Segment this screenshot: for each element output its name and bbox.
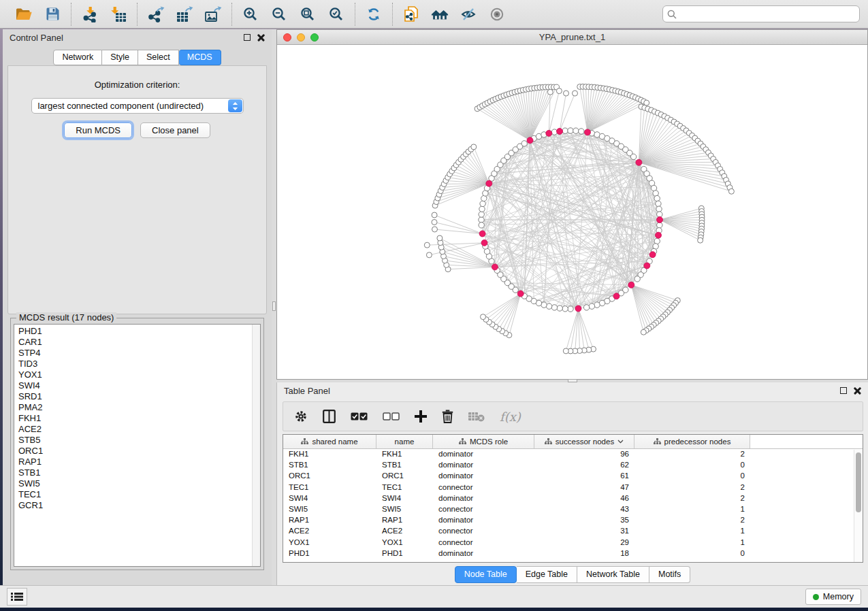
cell: SWI4 — [283, 493, 376, 504]
table-row[interactable]: FKH1FKH1dominator962 — [283, 449, 863, 460]
node-table: shared namenameMCDS rolesuccessor nodesp… — [283, 434, 863, 563]
refresh-layout-icon[interactable] — [365, 5, 383, 23]
mcds-result-item[interactable]: YOX1 — [18, 369, 260, 380]
close-panel-icon[interactable] — [257, 34, 265, 42]
new-column-icon[interactable] — [415, 410, 427, 423]
tab-node-table[interactable]: Node Table — [455, 566, 517, 583]
mcds-list-scrollbar[interactable] — [252, 325, 260, 566]
zoom-selected-icon[interactable] — [327, 5, 345, 23]
export-image-icon[interactable] — [204, 5, 222, 23]
mcds-panel: Optimization criterion: largest connecte… — [7, 65, 267, 314]
mcds-result-item[interactable]: GCR1 — [18, 500, 260, 511]
cell: dominator — [433, 460, 534, 471]
cell: dominator — [433, 449, 534, 460]
mcds-result-item[interactable]: SWI4 — [18, 380, 260, 391]
export-table-icon[interactable] — [176, 5, 193, 23]
cell: 18 — [534, 548, 634, 559]
cell: 31 — [534, 526, 634, 537]
cell: 2 — [634, 449, 750, 460]
header-filler — [750, 435, 863, 448]
import-table-icon[interactable] — [110, 5, 127, 23]
search-input[interactable] — [662, 5, 860, 22]
table-scrollbar-thumb[interactable] — [856, 452, 861, 512]
table-row[interactable]: ACE2ACE2connector311 — [283, 526, 863, 537]
column-header-name[interactable]: name — [376, 435, 433, 448]
save-session-icon[interactable] — [44, 5, 61, 23]
task-history-button[interactable] — [7, 588, 27, 606]
first-neighbors-icon[interactable] — [431, 5, 449, 23]
table-row[interactable]: SWI5SWI5connector431 — [283, 504, 863, 515]
table-row[interactable]: TEC1TEC1connector472 — [283, 482, 863, 493]
cell: STB1 — [376, 460, 433, 471]
delete-columns-icon[interactable] — [442, 410, 453, 423]
zoom-in-icon[interactable] — [242, 5, 259, 23]
open-file-icon[interactable] — [15, 5, 33, 23]
vertical-splitter-handle[interactable] — [272, 301, 276, 311]
mcds-result-item[interactable]: FKH1 — [18, 413, 260, 424]
float-table-panel-icon[interactable] — [840, 387, 847, 394]
status-bar: Memory — [0, 585, 868, 608]
tab-edge-table[interactable]: Edge Table — [517, 566, 577, 583]
table-body: FKH1FKH1dominator962STB1STB1dominator620… — [283, 449, 863, 559]
column-header-shared-name[interactable]: shared name — [283, 435, 376, 448]
table-mode-icon[interactable] — [294, 410, 308, 423]
table-row[interactable]: YOX1YOX1connector291 — [283, 538, 863, 548]
mcds-result-item[interactable]: ACE2 — [18, 424, 260, 435]
float-panel-icon[interactable] — [244, 34, 251, 41]
network-canvas[interactable] — [277, 45, 867, 379]
column-label: shared name — [312, 437, 357, 446]
import-network-icon[interactable] — [81, 5, 99, 23]
column-label: successor nodes — [556, 437, 614, 446]
mcds-result-item[interactable]: ORC1 — [18, 446, 260, 457]
tree-icon — [301, 438, 308, 445]
mcds-result-item[interactable]: STB5 — [18, 435, 260, 446]
select-all-icon[interactable] — [351, 412, 368, 420]
zoom-out-icon[interactable] — [270, 5, 288, 23]
mcds-result-item[interactable]: TEC1 — [18, 489, 260, 500]
table-row[interactable]: ORC1ORC1dominator610 — [283, 471, 863, 482]
mcds-result-item[interactable]: STP4 — [18, 348, 260, 359]
mcds-result-item[interactable]: STB1 — [18, 467, 260, 478]
show-all-icon[interactable] — [488, 5, 506, 23]
cell: 29 — [534, 538, 634, 548]
table-row[interactable]: RAP1RAP1dominator352 — [283, 515, 863, 526]
mcds-result-item[interactable]: RAP1 — [18, 457, 260, 467]
deselect-all-icon[interactable] — [383, 412, 400, 420]
export-network-icon[interactable] — [147, 5, 165, 23]
mcds-result-item[interactable]: CAR1 — [18, 337, 260, 348]
delete-table-icon[interactable] — [468, 411, 485, 422]
mcds-result-item[interactable]: TID3 — [18, 359, 260, 369]
run-mcds-button[interactable]: Run MCDS — [64, 122, 132, 138]
table-panel-title: Table Panel — [284, 386, 330, 396]
table-row[interactable]: SWI4SWI4dominator462 — [283, 493, 863, 504]
tab-motifs[interactable]: Motifs — [649, 566, 690, 583]
zoom-fit-icon[interactable] — [299, 5, 317, 23]
mcds-result-item[interactable]: PHD1 — [18, 326, 260, 337]
show-columns-icon[interactable] — [323, 410, 336, 423]
column-header-MCDS-role[interactable]: MCDS role — [433, 435, 534, 448]
close-panel-button[interactable]: Close panel — [140, 122, 210, 138]
table-row[interactable]: PHD1PHD1dominator180 — [283, 548, 863, 559]
function-builder-icon[interactable]: f(x) — [500, 410, 521, 424]
mcds-result-item[interactable]: SRD1 — [18, 391, 260, 402]
mcds-result-item[interactable]: PMA2 — [18, 402, 260, 413]
tab-network-table[interactable]: Network Table — [577, 566, 649, 583]
close-table-panel-icon[interactable] — [854, 387, 861, 395]
cell: 43 — [534, 504, 634, 515]
criterion-select[interactable]: largest connected component (undirected) — [31, 98, 244, 114]
mcds-result-item[interactable]: SWI5 — [18, 478, 260, 489]
tab-style[interactable]: Style — [102, 50, 138, 65]
tab-mcds[interactable]: MCDS — [179, 50, 221, 65]
cell: 62 — [534, 460, 634, 471]
cell: 1 — [634, 526, 750, 537]
tab-network[interactable]: Network — [53, 50, 102, 65]
memory-button[interactable]: Memory — [805, 589, 861, 605]
column-header-successor-nodes[interactable]: successor nodes — [534, 435, 634, 448]
hide-selected-icon[interactable] — [460, 5, 477, 23]
tab-select[interactable]: Select — [138, 50, 179, 65]
column-header-predecessor-nodes[interactable]: predecessor nodes — [634, 435, 750, 448]
clone-network-icon[interactable] — [402, 5, 420, 23]
cell: ACE2 — [376, 526, 433, 537]
tree-icon — [459, 438, 466, 445]
table-row[interactable]: STB1STB1dominator620 — [283, 460, 863, 471]
